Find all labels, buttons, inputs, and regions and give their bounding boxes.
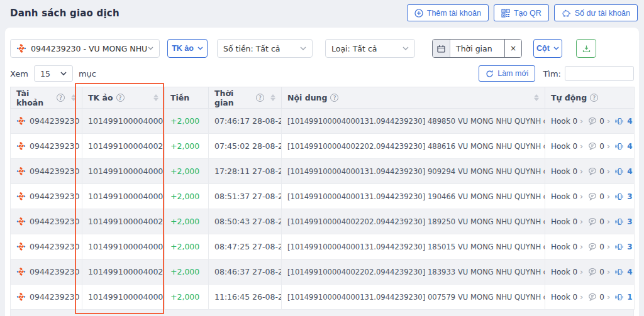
amount-value: +2,000 [165, 159, 209, 184]
chevron-right-icon[interactable]: › [607, 167, 610, 175]
help-icon[interactable]: ? [116, 94, 125, 102]
phone-ring-icon[interactable] [615, 268, 625, 276]
help-icon[interactable]: ? [57, 94, 65, 102]
chevron-right-icon[interactable]: › [580, 167, 583, 175]
chevron-right-icon[interactable]: › [580, 217, 583, 226]
next-row-partial [10, 310, 634, 316]
hook-link[interactable]: Hook 0 [551, 117, 577, 126]
hook-link[interactable]: Hook 0 [551, 217, 577, 226]
chat-bubble-icon[interactable] [588, 167, 597, 175]
add-account-button[interactable]: Thêm tài khoản [407, 4, 489, 21]
export-button[interactable] [576, 39, 596, 58]
calendar-icon[interactable] [433, 40, 450, 57]
hook-link[interactable]: Hook 0 [551, 142, 577, 151]
chevron-down-icon [197, 46, 203, 50]
chevron-right-icon[interactable]: › [580, 268, 583, 276]
search-input[interactable] [565, 66, 634, 81]
call-count[interactable]: 3 [627, 192, 632, 201]
chevron-right-icon[interactable]: › [607, 117, 610, 125]
sort-icon[interactable] [153, 94, 158, 101]
help-icon[interactable]: ? [256, 94, 264, 102]
chevron-right-icon[interactable]: › [607, 217, 610, 226]
call-count[interactable]: 4 [627, 167, 632, 176]
chat-bubble-icon[interactable] [588, 192, 597, 200]
account-select[interactable]: 0944239230 - VU MONG NHU QUYNH [10, 39, 160, 58]
bank-logo-icon [16, 116, 26, 126]
column-header-account[interactable]: Tài khoản ? [11, 87, 82, 109]
call-count[interactable]: 3 [627, 217, 632, 226]
call-count[interactable]: 4 [627, 117, 632, 126]
chat-count[interactable]: 0 [599, 167, 604, 176]
sort-icon[interactable] [71, 94, 76, 101]
virtual-account-number: 101499100004002202 [82, 259, 165, 285]
chat-count[interactable]: 0 [599, 293, 604, 302]
table-row[interactable]: 0944239230 101499100004000131 +2,000 08:… [11, 184, 635, 209]
column-header-content[interactable]: Nội dung ? [282, 87, 545, 109]
account-balance-button[interactable]: Số dư tài khoản [554, 4, 638, 21]
chevron-right-icon[interactable]: › [607, 192, 610, 200]
chat-count[interactable]: 0 [599, 117, 604, 126]
call-count[interactable]: 1 [627, 293, 632, 302]
chat-bubble-icon[interactable] [588, 242, 597, 251]
phone-ring-icon[interactable] [615, 117, 625, 126]
hook-link[interactable]: Hook 0 [551, 242, 577, 251]
table-row[interactable]: 0944239230 101499100004000131 +2,000 17:… [11, 159, 635, 184]
chevron-right-icon[interactable]: › [580, 293, 583, 301]
chat-count[interactable]: 0 [599, 242, 604, 251]
phone-ring-icon[interactable] [615, 167, 625, 176]
chat-count[interactable]: 0 [599, 268, 604, 276]
plus-circle-icon [414, 9, 423, 18]
call-count[interactable]: 4 [627, 268, 632, 276]
hook-link[interactable]: Hook 0 [551, 167, 577, 176]
chat-count[interactable]: 0 [599, 217, 604, 226]
column-header-time[interactable]: Thời gian ? [209, 87, 282, 109]
phone-ring-icon[interactable] [615, 293, 625, 302]
date-range-input[interactable]: Thời gian [450, 40, 504, 57]
table-row[interactable]: 0944239230 101499100004002202 +2,000 08:… [11, 259, 635, 285]
hook-link[interactable]: Hook 0 [551, 268, 577, 276]
phone-ring-icon[interactable] [615, 217, 625, 226]
chevron-right-icon[interactable]: › [580, 192, 583, 200]
column-header-amount[interactable]: Tiền [165, 87, 209, 109]
chat-bubble-icon[interactable] [588, 268, 597, 276]
chevron-right-icon[interactable]: › [607, 268, 610, 276]
chevron-right-icon[interactable]: › [580, 142, 583, 150]
chat-bubble-icon[interactable] [588, 142, 597, 150]
chevron-right-icon[interactable]: › [607, 293, 610, 301]
table-row[interactable]: 0944239230 101499100004000131 +2,000 11:… [11, 285, 635, 310]
refresh-button[interactable]: Làm mới [479, 65, 535, 82]
table-row[interactable]: 0944239230 101499100004002202 +2,000 07:… [11, 134, 635, 159]
phone-ring-icon[interactable] [615, 142, 625, 151]
table-row[interactable]: 0944239230 101499100004002202 +2,000 08:… [11, 209, 635, 234]
amount-select[interactable]: Số tiền: Tất cả [217, 39, 313, 58]
help-icon[interactable]: ? [590, 94, 598, 102]
type-select[interactable]: Loại: Tất cả [325, 39, 415, 58]
table-row[interactable]: 0944239230 101499100004000131 +2,000 08:… [11, 234, 635, 259]
chat-bubble-icon[interactable] [588, 117, 597, 125]
column-header-virtual-account[interactable]: TK ảo ? [82, 87, 165, 109]
chevron-right-icon[interactable]: › [607, 142, 610, 150]
virtual-account-filter-button[interactable]: TK ảo [167, 39, 208, 58]
help-icon[interactable]: ? [330, 94, 338, 102]
create-qr-button[interactable]: Tạo QR [494, 4, 549, 21]
columns-button[interactable]: Cột [533, 39, 562, 58]
hook-link[interactable]: Hook 0 [551, 293, 577, 302]
phone-ring-icon[interactable] [615, 192, 625, 201]
page-size-select[interactable]: 15 [34, 65, 73, 82]
chevron-right-icon[interactable]: › [580, 117, 583, 125]
call-count[interactable]: 3 [627, 242, 632, 251]
chat-count[interactable]: 0 [599, 142, 604, 151]
sort-icon[interactable] [534, 94, 539, 101]
clear-date-button[interactable]: × [504, 40, 521, 57]
table-row[interactable]: 0944239230 101499100004000131 +2,000 07:… [11, 109, 635, 134]
call-count[interactable]: 4 [627, 142, 632, 151]
sort-icon[interactable] [270, 94, 275, 101]
chat-count[interactable]: 0 [599, 192, 604, 201]
hook-link[interactable]: Hook 0 [551, 192, 577, 201]
chevron-right-icon[interactable]: › [607, 242, 610, 251]
chat-bubble-icon[interactable] [588, 217, 597, 226]
column-header-auto[interactable]: Tự động ? [545, 87, 635, 109]
phone-ring-icon[interactable] [615, 242, 625, 251]
chat-bubble-icon[interactable] [588, 293, 597, 301]
chevron-right-icon[interactable]: › [580, 242, 583, 251]
